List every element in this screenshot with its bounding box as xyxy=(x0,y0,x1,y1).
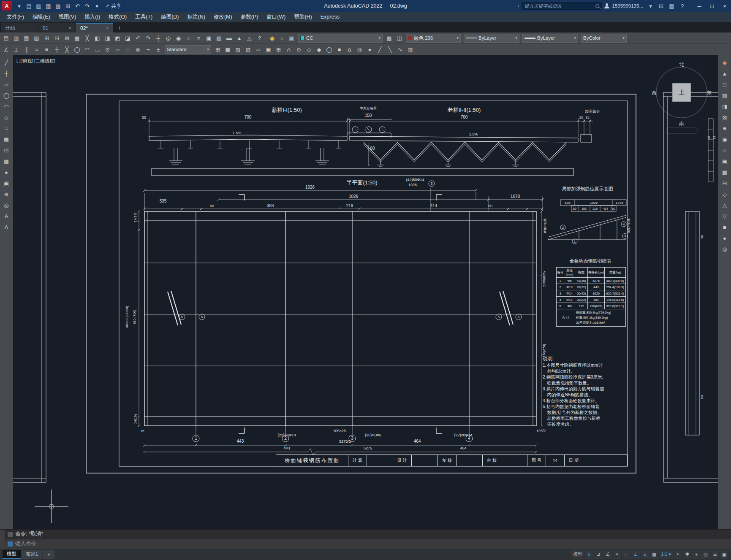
arc-tool-icon[interactable]: ◠ xyxy=(1,102,11,111)
paste-clip-icon[interactable]: ◨ xyxy=(103,33,112,43)
rotate-icon[interactable]: ◉ xyxy=(720,135,730,144)
polygon-tool-icon[interactable]: ◇ xyxy=(1,113,11,122)
boundary-icon[interactable]: ▱ xyxy=(253,45,263,54)
plot-preview-icon[interactable]: ⊟ xyxy=(52,33,62,43)
mirror-icon[interactable]: ▧ xyxy=(720,91,730,100)
ray-icon[interactable]: ╲ xyxy=(385,45,395,54)
wipeout-icon[interactable]: ■ xyxy=(334,45,344,54)
line-tool-icon[interactable]: ╱ xyxy=(1,58,11,68)
layout1-tab[interactable]: 布局1 xyxy=(22,550,42,559)
grid-display-toggle[interactable]: # xyxy=(585,550,593,559)
undo-icon[interactable]: ↶ xyxy=(133,33,143,43)
autocad-logo-icon[interactable]: A xyxy=(2,1,12,11)
cart-icon[interactable]: ⊟ xyxy=(656,1,666,11)
help-icon[interactable]: ? xyxy=(677,1,687,11)
make-block-icon[interactable]: ⊞ xyxy=(213,45,223,54)
sheet-set-manager-icon[interactable]: ▬ xyxy=(224,33,234,43)
lineweight-dropdown[interactable]: ByLayer ▾ xyxy=(522,34,578,43)
dim-continue-icon[interactable]: ◯ xyxy=(72,45,82,54)
circle-tool-icon[interactable]: ◯ xyxy=(1,91,11,100)
menu-标注(N)[interactable]: 标注(N) xyxy=(183,12,209,22)
text-style-dropdown[interactable]: Standard ▾ xyxy=(165,45,211,54)
save-file-icon[interactable]: ▦ xyxy=(43,1,53,11)
add-layout[interactable]: + xyxy=(43,550,54,559)
menu-视图(V)[interactable]: 视图(V) xyxy=(54,12,81,22)
edit-pencil-icon[interactable]: ◆ xyxy=(720,58,730,68)
object-snap-toggle[interactable]: ≡ xyxy=(641,550,649,559)
save-as-icon[interactable]: ▧ xyxy=(53,1,63,11)
layer-properties-icon[interactable]: ▩ xyxy=(384,33,394,43)
dim-angular-icon[interactable]: ≡ xyxy=(42,45,52,54)
table-tool-icon[interactable]: ▩ xyxy=(1,157,11,166)
text-style-icon[interactable]: ± xyxy=(153,45,163,54)
qsave-icon[interactable]: ▦ xyxy=(22,33,31,43)
viewcube-top-face[interactable]: 上 xyxy=(679,89,685,96)
offset-icon[interactable]: ◨ xyxy=(720,102,730,111)
viewcube-south[interactable]: 南 xyxy=(679,121,684,127)
search-input[interactable]: 键入关键字或短语 xyxy=(522,2,602,10)
center-mark-icon[interactable]: ⊙ xyxy=(103,45,112,54)
viewcube-east[interactable]: 东 xyxy=(707,90,712,96)
region-tool-icon[interactable]: ▣ xyxy=(1,179,11,188)
copy-clip-icon[interactable]: ◧ xyxy=(92,33,102,43)
measure-icon[interactable]: ◆ xyxy=(314,45,324,54)
design-center-icon[interactable]: ▣ xyxy=(204,33,214,43)
pan-realtime-icon[interactable]: ┼ xyxy=(153,33,163,43)
menu-修改(M)[interactable]: 修改(M) xyxy=(209,12,236,22)
scale-icon[interactable]: ○ xyxy=(720,146,730,155)
search-icon[interactable] xyxy=(595,4,599,8)
menu-帮助(H)[interactable]: 帮助(H) xyxy=(290,12,316,22)
viewcube-west[interactable]: 西 xyxy=(652,90,657,96)
dim-update-icon[interactable]: ⊚ xyxy=(133,45,143,54)
undo-icon[interactable]: ↶ xyxy=(73,1,82,11)
construction-line-tool-icon[interactable]: ┼ xyxy=(1,69,11,78)
trim-icon[interactable]: ▩ xyxy=(720,168,730,177)
point-style-icon[interactable]: ⊙ xyxy=(294,45,304,54)
menu-工具(T)[interactable]: 工具(T) xyxy=(131,12,157,22)
viewport-control-2[interactable]: [二维线框] xyxy=(34,58,55,64)
model-tab[interactable]: 模型 xyxy=(3,550,21,559)
dim-style-icon[interactable]: ¬ xyxy=(143,45,153,54)
layer-sun-icon[interactable]: ☼ xyxy=(277,33,287,43)
tolerance-icon[interactable]: ◡ xyxy=(92,45,102,54)
share-button[interactable]: ↗ 共享 xyxy=(102,3,125,10)
file-tab-02*[interactable]: 02*× xyxy=(76,23,113,32)
ucs-dropdown[interactable] xyxy=(666,128,697,133)
save-as-icon[interactable]: ▧ xyxy=(32,33,41,43)
mleader-icon[interactable]: ◠ xyxy=(82,45,92,54)
chamfer-icon[interactable]: △ xyxy=(720,200,730,210)
revision-cloud-icon[interactable]: ◯ xyxy=(324,45,334,54)
group-icon[interactable]: ▥ xyxy=(405,45,415,54)
snap-mode-toggle[interactable]: ⊿ xyxy=(594,550,603,559)
drawing-canvas[interactable]: 上 北 南 西 东 新桥I-I(1:50)55700中央分隔带150老桥II-I… xyxy=(13,55,718,529)
dim-linear-icon[interactable]: ∠ xyxy=(1,45,11,54)
infer-constraints-toggle[interactable]: ∠ xyxy=(603,550,612,559)
move-icon[interactable]: ≡ xyxy=(720,124,730,133)
viewcube-north[interactable]: 北 xyxy=(679,62,684,68)
zoom-window-icon[interactable]: ◎ xyxy=(163,33,173,43)
menu-插入(I)[interactable]: 插入(I) xyxy=(80,12,104,22)
user-dropdown-icon[interactable]: ▾ xyxy=(646,1,655,11)
open-file-icon[interactable]: ▥ xyxy=(34,1,43,11)
menu-参数(P)[interactable]: 参数(P) xyxy=(236,12,263,22)
dim-aligned-icon[interactable]: ⊥ xyxy=(11,45,21,54)
clean-screen-toggle[interactable]: ▣ xyxy=(720,550,728,559)
viewcube[interactable]: 上 北 南 西 东 xyxy=(652,62,712,133)
open-icon[interactable]: ▥ xyxy=(11,33,21,43)
viewport-control-1[interactable]: [俯视] xyxy=(22,58,33,64)
new-file-icon[interactable]: ▤ xyxy=(24,1,34,11)
quick-calc-icon[interactable]: △ xyxy=(245,33,254,43)
markup-import-icon[interactable]: ▲ xyxy=(234,33,244,43)
app-menu-icon[interactable]: ▾ xyxy=(14,1,24,11)
align-icon[interactable]: ◎ xyxy=(720,244,730,254)
table-icon[interactable]: ⊞ xyxy=(274,45,283,54)
plotstyle-dropdown[interactable]: ByColor ▾ xyxy=(581,34,627,43)
stretch-icon[interactable]: ▣ xyxy=(720,157,730,166)
rectangle-tool-icon[interactable]: ⊡ xyxy=(1,146,11,155)
new-tab-button[interactable]: + xyxy=(115,24,124,32)
menu-Express[interactable]: Express xyxy=(316,12,344,22)
divide-icon[interactable]: ◇ xyxy=(304,45,314,54)
redo-icon[interactable]: ↷ xyxy=(143,33,153,43)
tab-close-icon[interactable]: × xyxy=(106,25,109,31)
tool-palettes-icon[interactable]: ▨ xyxy=(214,33,224,43)
